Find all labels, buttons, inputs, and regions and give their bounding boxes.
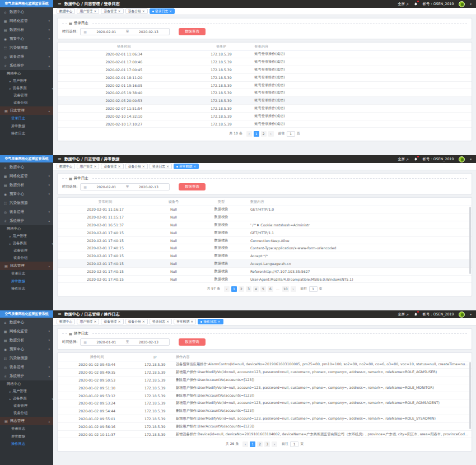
tab-4[interactable]: 登录日志× xyxy=(150,164,172,169)
sidebar-item-4[interactable]: ☷污染物溯源 xyxy=(0,198,53,207)
data-query-button[interactable]: 数据查询 xyxy=(179,183,205,190)
notification-bell-icon[interactable] xyxy=(414,157,418,161)
table-row[interactable]: 2020-02-01 11:16:17Null数据校验GET/HTTP/1.0 xyxy=(58,206,472,213)
sidebar-item-2[interactable]: ▤数据分析▾ xyxy=(0,25,53,34)
sidebar-item-1[interactable]: ▦网格化监管▾ xyxy=(0,171,53,180)
table-row[interactable]: 2020-02-01 17:40:15Null数据校验Accept:*/* xyxy=(58,252,472,260)
table-row[interactable]: 2020-02-05 20:00:53172.18.5.39账号登录操作(成功) xyxy=(58,97,472,105)
sidebar-group-log-management[interactable]: ▤日志管理▴ xyxy=(0,262,53,270)
table-row[interactable]: 2020-01-02 09:55:01172.18.5.39新增用户操作:Use… xyxy=(58,415,472,423)
caret-down-icon[interactable]: ▾ xyxy=(470,157,472,161)
sidebar-item-4[interactable]: ☷污染物溯源 xyxy=(0,43,53,52)
sidebar-item-5[interactable]: ◎设备运维▾ xyxy=(0,362,53,371)
data-query-button[interactable]: 数据查询 xyxy=(179,338,205,346)
sidebar-group-grid-center[interactable]: 网格中心 xyxy=(0,380,53,388)
sidebar-subitem-2[interactable]: 设备管理 xyxy=(0,402,53,410)
sidebar-item-5[interactable]: ◎设备运维▾ xyxy=(0,52,53,61)
close-icon[interactable]: × xyxy=(118,10,121,13)
goto-page-input[interactable] xyxy=(287,131,295,137)
sidebar-item-6[interactable]: ☼系统维护▴ xyxy=(0,371,53,380)
table-row[interactable]: 2020-02-01 17:40:15Null数据校验Referer:http:… xyxy=(58,267,472,275)
sidebar-group-grid-center[interactable]: 网格中心 xyxy=(0,70,53,77)
sidebar-item-log-2[interactable]: 操作日志 xyxy=(0,440,53,448)
close-icon[interactable]: × xyxy=(193,165,196,168)
page-button[interactable]: 2 xyxy=(257,441,263,447)
close-icon[interactable]: × xyxy=(94,10,96,13)
sidebar-item-4[interactable]: ☷污染物溯源 xyxy=(0,354,53,362)
tab-4[interactable]: 登录日志× xyxy=(150,319,172,324)
close-icon[interactable]: × xyxy=(142,320,145,323)
close-icon[interactable]: × xyxy=(217,320,220,323)
table-row[interactable]: 2020-02-01 11:15:17Null数据校验 xyxy=(58,213,472,221)
avatar[interactable] xyxy=(459,311,465,318)
table-row[interactable]: 2020-02-07 11:51:54172.18.5.39账号登录操作(成功) xyxy=(58,105,472,113)
next-icon[interactable]: › xyxy=(268,131,274,137)
sidebar-item-1[interactable]: ▦网格化监管▾ xyxy=(0,327,53,336)
next-icon[interactable]: › xyxy=(291,286,296,292)
table-row[interactable]: 2020-01-02 09:51:10172.18.5.39新增用户操作:Use… xyxy=(58,384,472,392)
sidebar-item-3[interactable]: ◉预警中心▾ xyxy=(0,34,53,43)
table-row[interactable]: 2020-02-10 17:10:27172.18.5.39账号登录操作(成功) xyxy=(58,120,472,128)
sidebar-subitem-1[interactable]: ▸设备界面▾ xyxy=(0,85,53,92)
goto-page-input[interactable] xyxy=(290,441,298,447)
close-icon[interactable]: × xyxy=(166,165,169,168)
sidebar-item-log-2[interactable]: 操作日志 xyxy=(0,130,53,138)
sidebar-item-log-0[interactable]: 登录日志 xyxy=(0,270,53,278)
table-row[interactable]: 2020-01-02 09:43:44172.18.5.39设备预警值应用操作:… xyxy=(58,361,472,369)
page-button[interactable]: 1 xyxy=(250,441,255,447)
tab-1[interactable]: 用户管理× xyxy=(77,164,99,169)
sidebar-item-log-1[interactable]: 异常数据 xyxy=(0,433,53,441)
page-button[interactable]: 1 xyxy=(231,286,237,292)
sidebar-subitem-1[interactable]: ▸设备界面▾ xyxy=(0,395,53,402)
page-button[interactable]: … xyxy=(275,286,281,292)
prev-icon[interactable]: ‹ xyxy=(224,286,230,292)
tab-0[interactable]: 数据中心 xyxy=(57,164,75,169)
table-row[interactable]: 2020-02-01 11:06:34172.18.5.39账号登录操作(成功) xyxy=(58,50,472,58)
scrollbar-thumb[interactable] xyxy=(469,362,471,429)
sidebar-item-log-2[interactable]: 操作日志 xyxy=(0,285,53,293)
table-row[interactable]: 2020-01-02 09:53:12172.18.5.39删除用户操作:Use… xyxy=(58,392,472,399)
sidebar-item-6[interactable]: ☼系统维护▴ xyxy=(0,216,53,225)
sidebar-group-log-management[interactable]: ▤日志管理▴ xyxy=(0,417,53,425)
date-range-picker[interactable]: ▦2020-02-01至2020-02-13 xyxy=(80,28,170,35)
caret-down-icon[interactable]: ▾ xyxy=(470,313,472,316)
scrollbar-thumb[interactable] xyxy=(469,207,471,274)
sidebar-subitem-3[interactable]: 设备分组 xyxy=(0,99,53,106)
sidebar-item-1[interactable]: ▦网格化监管▾ xyxy=(0,16,53,25)
tab-3[interactable]: 设备分组× xyxy=(125,319,148,324)
prev-icon[interactable]: ‹ xyxy=(246,131,252,137)
fullscreen-button[interactable]: 全屏↗ xyxy=(398,312,409,317)
sidebar-group-log-management[interactable]: ▤日志管理▴ xyxy=(0,106,53,115)
sidebar-subitem-2[interactable]: 设备管理 xyxy=(0,92,53,99)
fullscreen-button[interactable]: 全屏↗ xyxy=(398,2,409,7)
tab-1[interactable]: 用户管理× xyxy=(77,8,99,14)
close-icon[interactable]: × xyxy=(94,320,96,323)
page-button[interactable]: 1 xyxy=(254,131,259,137)
close-icon[interactable]: × xyxy=(166,320,169,323)
avatar[interactable] xyxy=(459,1,465,7)
table-row[interactable]: 2020-02-10 14:32:10172.18.5.39账号登录操作(成功) xyxy=(58,112,472,120)
close-icon[interactable]: × xyxy=(142,10,145,13)
sidebar-item-log-1[interactable]: 异常数据 xyxy=(0,123,53,131)
close-icon[interactable]: × xyxy=(118,320,121,323)
table-row[interactable]: 2020-01-02 09:54:44172.18.5.39删除用户操作:Use… xyxy=(58,407,472,415)
sidebar-item-0[interactable]: ⌂数据中心 xyxy=(0,7,53,16)
notification-bell-icon[interactable] xyxy=(414,312,418,317)
hamburger-icon[interactable]: ≡ xyxy=(58,157,62,161)
sidebar-item-2[interactable]: ▤数据分析▾ xyxy=(0,336,53,345)
close-icon[interactable]: × xyxy=(142,165,145,168)
page-button[interactable]: 5 xyxy=(260,286,266,292)
table-row[interactable]: 2020-02-05 19:38:40172.18.5.39账号登录操作(成功) xyxy=(58,89,472,97)
hamburger-icon[interactable]: ≡ xyxy=(58,312,62,317)
close-icon[interactable]: × xyxy=(169,10,172,13)
table-row[interactable]: 2020-02-01 17:40:15Null数据校验GET/HTTP/1.1 xyxy=(58,229,472,236)
caret-down-icon[interactable]: ▾ xyxy=(470,2,472,6)
table-row[interactable]: 2020-01-02 09:50:53172.18.5.39删除用户操作:Use… xyxy=(58,376,472,384)
table-row[interactable]: 2020-01-02 09:56:16172.18.5.39删除用户操作:Use… xyxy=(58,422,472,430)
tab-0[interactable]: 数据中心 xyxy=(57,319,75,324)
sidebar-item-log-0[interactable]: 登录日志 xyxy=(0,115,53,123)
sidebar-subitem-0[interactable]: ▸用户管理 xyxy=(0,77,53,85)
table-row[interactable]: 2020-02-01 16:51:37Null数据校验' /^♦ Cookie:… xyxy=(58,221,472,229)
tab-5[interactable]: 异常数据× xyxy=(174,164,199,169)
next-icon[interactable]: › xyxy=(272,441,277,447)
